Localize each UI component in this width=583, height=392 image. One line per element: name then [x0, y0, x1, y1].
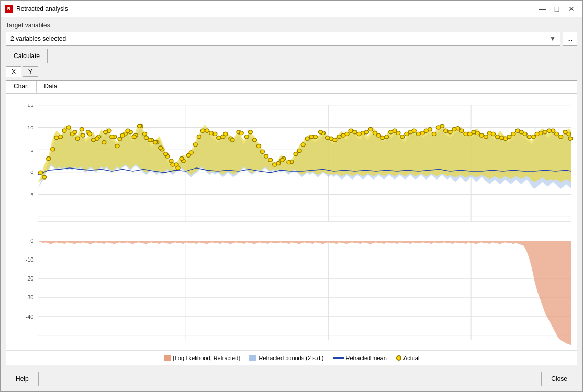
svg-point-130: [326, 136, 330, 139]
svg-point-49: [260, 150, 264, 153]
svg-point-83: [527, 135, 531, 139]
legend-actual-dot: [396, 355, 401, 361]
tab-x[interactable]: X: [6, 66, 21, 77]
tab-data[interactable]: Data: [37, 81, 65, 93]
svg-point-144: [436, 126, 441, 129]
svg-point-85: [543, 130, 547, 134]
svg-text:-5: -5: [29, 192, 34, 197]
svg-point-143: [428, 127, 432, 131]
legend-actual: Actual: [396, 355, 420, 361]
svg-point-112: [186, 153, 190, 157]
svg-point-127: [301, 143, 305, 147]
svg-point-97: [104, 130, 108, 134]
svg-point-108: [164, 152, 168, 156]
minimize-button[interactable]: —: [535, 4, 549, 14]
maximize-button[interactable]: □: [550, 4, 564, 14]
window-title: Retracted analysis: [16, 5, 532, 13]
chart-content: 15 10 5 0 -5: [6, 94, 577, 365]
svg-point-71: [432, 132, 436, 136]
svg-point-89: [42, 175, 47, 179]
legend-mean-label: Retracted mean: [346, 355, 387, 361]
svg-point-77: [479, 133, 484, 137]
bottom-chart-svg: 0 -10 -20 -30 -40: [6, 236, 577, 350]
legend-actual-label: Actual: [403, 355, 420, 361]
svg-point-114: [200, 129, 205, 132]
svg-point-103: [137, 124, 141, 128]
svg-point-101: [126, 129, 130, 132]
variables-dropdown[interactable]: 2 variables selected ▼: [6, 32, 560, 46]
svg-text:-10: -10: [25, 256, 33, 263]
svg-text:15: 15: [27, 103, 34, 108]
svg-point-42: [205, 129, 209, 132]
legend-loglikelihood: [Log-likelihood, Retracted]: [164, 355, 240, 361]
svg-point-122: [264, 154, 268, 158]
svg-point-54: [297, 149, 301, 152]
svg-point-136: [373, 131, 377, 135]
svg-point-157: [539, 131, 543, 135]
svg-point-119: [239, 131, 243, 135]
svg-point-65: [385, 135, 389, 139]
svg-text:-20: -20: [25, 275, 33, 282]
svg-point-159: [555, 132, 559, 136]
svg-point-140: [405, 132, 409, 136]
svg-point-27: [118, 137, 122, 141]
svg-point-128: [309, 135, 313, 139]
svg-point-158: [547, 129, 551, 132]
calculate-button[interactable]: Calculate: [6, 49, 48, 63]
svg-point-146: [452, 127, 456, 131]
svg-point-75: [464, 132, 468, 136]
svg-point-120: [248, 130, 252, 134]
footer: Help Close: [6, 368, 577, 387]
window-close-button[interactable]: ✕: [565, 4, 578, 14]
legend-bounds: Retracted bounds (2 s.d.): [249, 355, 323, 361]
window-controls: — □ ✕: [535, 4, 578, 14]
svg-point-117: [223, 132, 228, 136]
xy-tabs: X Y: [6, 66, 577, 77]
chart-tabs: Chart Data: [6, 81, 577, 94]
svg-text:0: 0: [30, 238, 33, 244]
svg-point-118: [230, 138, 234, 142]
svg-point-123: [273, 163, 277, 166]
svg-point-91: [59, 135, 63, 139]
svg-point-79: [496, 135, 500, 139]
dropdown-row: 2 variables selected ▼ ...: [6, 32, 577, 46]
svg-point-63: [368, 127, 373, 131]
svg-point-155: [523, 132, 527, 136]
chart-legend: [Log-likelihood, Retracted] Retracted bo…: [6, 350, 577, 365]
help-button[interactable]: Help: [6, 372, 39, 386]
svg-point-152: [500, 136, 504, 139]
svg-point-137: [380, 136, 385, 139]
svg-point-161: [568, 137, 573, 140]
top-chart-svg: 15 10 5 0 -5: [6, 96, 577, 236]
svg-point-153: [507, 135, 511, 139]
svg-point-139: [396, 131, 400, 135]
svg-text:-40: -40: [25, 313, 33, 320]
svg-point-121: [256, 144, 261, 148]
svg-point-134: [357, 132, 361, 136]
svg-point-107: [159, 146, 163, 150]
svg-point-135: [364, 130, 368, 134]
target-variables-label: Target variables: [6, 21, 577, 29]
main-content: Target variables 2 variables selected ▼ …: [1, 17, 582, 391]
legend-bounds-label: Retracted bounds (2 s.d.): [259, 355, 323, 361]
svg-point-150: [484, 135, 488, 139]
dots-button[interactable]: ...: [563, 32, 577, 46]
svg-point-149: [475, 131, 479, 135]
top-chart: 15 10 5 0 -5: [6, 96, 577, 236]
tab-y[interactable]: Y: [23, 66, 38, 77]
chart-panel: Chart Data: [6, 80, 577, 365]
svg-point-133: [349, 129, 353, 132]
svg-point-131: [333, 138, 337, 142]
svg-point-15: [47, 156, 51, 160]
svg-point-141: [412, 129, 416, 132]
legend-mean-line: [333, 357, 344, 359]
svg-point-104: [142, 132, 147, 136]
svg-point-99: [115, 144, 119, 148]
tab-chart[interactable]: Chart: [6, 81, 37, 93]
svg-point-24: [102, 140, 106, 144]
dropdown-value: 2 variables selected: [10, 35, 66, 42]
svg-point-96: [95, 137, 99, 140]
svg-point-90: [51, 148, 55, 151]
svg-point-111: [180, 156, 184, 160]
close-button[interactable]: Close: [541, 372, 577, 386]
